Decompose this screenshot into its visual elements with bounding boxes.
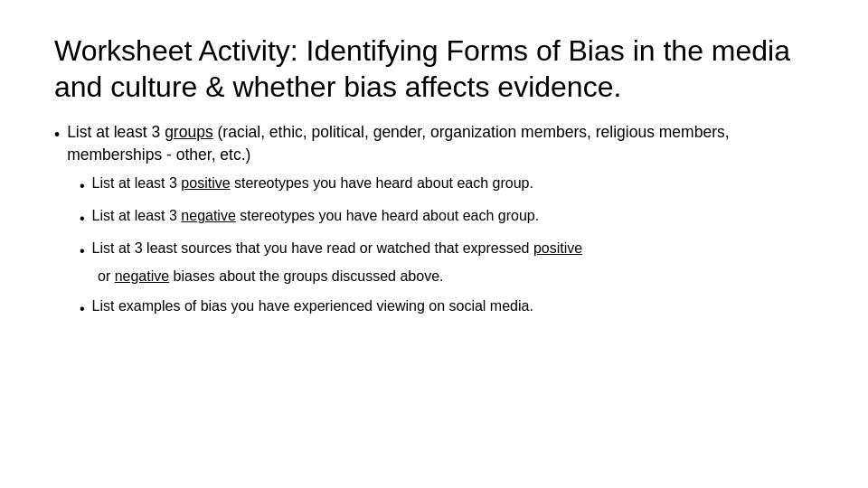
underline-negative2: negative — [115, 268, 170, 284]
bullet-text: List at least 3 positive stereotypes you… — [92, 173, 533, 193]
sources-line1: • List at 3 least sources that you have … — [80, 238, 582, 261]
list-item: • List examples of bias you have experie… — [80, 296, 814, 319]
main-bullet-list: • List at least 3 groups (racial, ethic,… — [54, 121, 814, 328]
underline-positive2: positive — [533, 240, 582, 256]
page-title: Worksheet Activity: Identifying Forms of… — [54, 33, 814, 105]
list-item: • List at least 3 negative stereotypes y… — [80, 205, 814, 229]
bullet-dot: • — [80, 208, 85, 229]
bullet-text: List at least 3 groups (racial, ethic, p… — [67, 121, 814, 165]
list-item: • List at least 3 groups (racial, ethic,… — [54, 121, 814, 165]
sources-line2: or negative biases about the groups disc… — [80, 266, 443, 286]
page-container: Worksheet Activity: Identifying Forms of… — [0, 0, 868, 488]
underline-groups: groups — [165, 123, 213, 141]
bullet-dot: • — [54, 124, 60, 146]
list-item: • List at 3 least sources that you have … — [80, 238, 814, 286]
bullet-text: List at 3 least sources that you have re… — [92, 238, 583, 258]
nested-bullet-list: • List at least 3 positive stereotypes y… — [80, 173, 814, 319]
bullet-text: List at least 3 negative stereotypes you… — [92, 205, 540, 226]
bullet-dot: • — [80, 240, 85, 261]
list-item: • List at least 3 positive stereotypes y… — [80, 173, 814, 196]
underline-negative: negative — [181, 208, 236, 223]
bullet-dot: • — [80, 298, 85, 319]
bullet-dot: • — [80, 175, 85, 196]
underline-positive: positive — [181, 175, 230, 191]
bullet-text: List examples of bias you have experienc… — [92, 296, 533, 316]
